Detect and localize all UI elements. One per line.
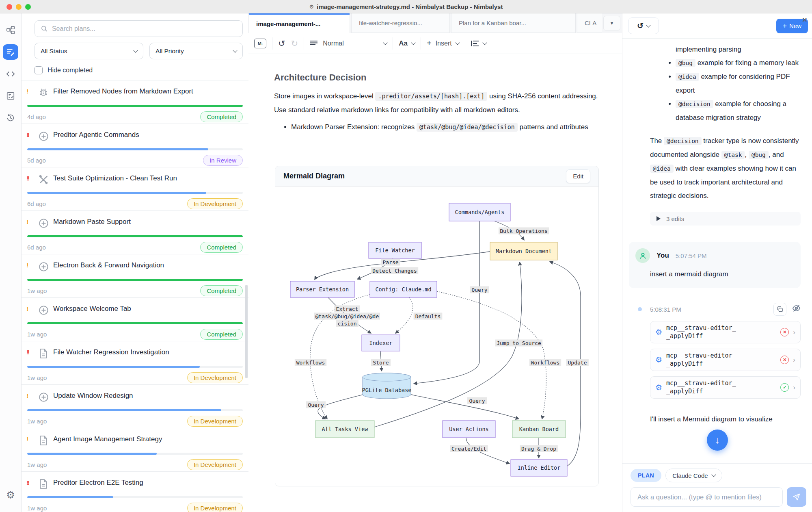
insert-dropdown[interactable]: + Insert bbox=[427, 39, 459, 48]
inline-code: .preditor/assets/[hash].[ext] bbox=[375, 92, 487, 101]
plus-icon: + bbox=[427, 39, 432, 48]
undo-button[interactable]: ↺ bbox=[278, 39, 285, 48]
plan-item[interactable]: ! Filter Removed Nodes from Markdown Exp… bbox=[22, 80, 248, 124]
diagram-edge-pglite-kanban bbox=[411, 395, 519, 419]
plan-item[interactable]: !! Test Suite Optimization - Clean Test … bbox=[22, 167, 248, 211]
question-input[interactable] bbox=[631, 487, 783, 507]
plan-item[interactable]: ! Markdown Paste Support 6d ago Complete… bbox=[22, 211, 248, 254]
plans-scrollbar[interactable] bbox=[245, 285, 248, 378]
priority-indicator: !! bbox=[26, 348, 34, 356]
plan-title: Markdown Paste Support bbox=[53, 217, 131, 226]
rail-plans-edit-icon[interactable] bbox=[3, 44, 18, 60]
priority-filter-select[interactable]: All Priority bbox=[149, 43, 243, 59]
mode-badge[interactable]: PLAN bbox=[631, 469, 661, 482]
scroll-to-bottom-button[interactable]: ↓ bbox=[707, 430, 728, 451]
model-name: Claude Code bbox=[672, 472, 708, 479]
tab-overflow-dropdown[interactable]: ▾ bbox=[603, 16, 620, 30]
progress-bar bbox=[27, 279, 243, 281]
tab-file-watcher[interactable]: file-watcher-regressio... bbox=[351, 13, 450, 33]
progress-bar bbox=[27, 496, 243, 498]
tool-call-card[interactable]: ⚙ mcp__stravu-editor__applyDiff ✕ › bbox=[650, 349, 801, 371]
tool-call-list: ⚙ mcp__stravu-editor__applyDiff ✕ ›⚙ mcp… bbox=[650, 321, 801, 399]
close-window-button[interactable] bbox=[6, 4, 12, 10]
mermaid-panel: Mermaid Diagram Edit Commands/AgentsFile… bbox=[275, 166, 599, 486]
text-run: Markdown Parser Extension: recognizes bbox=[291, 123, 417, 131]
copy-icon bbox=[777, 306, 783, 312]
document-content[interactable]: Architecture Decision Store images in wo… bbox=[248, 54, 622, 512]
svg-text:All Tasks View: All Tasks View bbox=[322, 426, 369, 432]
status-badge: In Review bbox=[203, 155, 243, 166]
assistant-bullet: @idea example for considering PDF export bbox=[676, 70, 801, 97]
rail-code-icon[interactable] bbox=[3, 66, 18, 82]
plan-item[interactable]: ! Electron Back & Forward Navigation 1w … bbox=[22, 254, 248, 298]
rail-history-icon[interactable] bbox=[3, 110, 18, 126]
user-avatar bbox=[635, 248, 650, 263]
diagram-edge-label: Update bbox=[566, 359, 589, 366]
chevron-down-icon bbox=[711, 472, 716, 477]
edits-count-label: 3 edits bbox=[666, 215, 684, 222]
diagram-node-pglite: PGLite Database bbox=[362, 373, 412, 399]
mermaid-panel-title: Mermaid Diagram bbox=[283, 172, 345, 180]
hide-messages-button[interactable] bbox=[792, 304, 801, 315]
traffic-lights bbox=[6, 0, 31, 13]
diagram-edge-label: Workflows bbox=[295, 359, 326, 366]
diagram-edge-label: Query bbox=[306, 401, 326, 408]
text-format-dropdown[interactable]: Aa bbox=[399, 39, 415, 48]
send-button[interactable] bbox=[787, 487, 806, 507]
edits-expander[interactable]: 3 edits bbox=[650, 212, 801, 226]
model-selector[interactable]: Claude Code bbox=[665, 469, 722, 482]
settings-gear-icon[interactable]: ⚙ bbox=[6, 489, 15, 501]
document-bullet-list: Markdown Parser Extension: recognizes @t… bbox=[274, 120, 591, 134]
tab-kanban-plan[interactable]: Plan for a Kanban boar... bbox=[451, 13, 576, 33]
progress-bar bbox=[27, 192, 243, 194]
plan-item[interactable]: ! Agent Image Management Strategy 1w ago… bbox=[22, 428, 248, 472]
svg-text:Indexer: Indexer bbox=[369, 340, 393, 346]
svg-text:Config: Claude.md: Config: Claude.md bbox=[375, 286, 431, 293]
assistant-transcript[interactable]: implementing parsing @bug example for fi… bbox=[622, 39, 812, 463]
plan-item[interactable]: ! Workspace Welcome Tab 1w ago Completed bbox=[22, 298, 248, 341]
hide-completed-checkbox[interactable] bbox=[35, 66, 43, 74]
plan-item[interactable]: !! Preditor Electron E2E Testing 1w ago … bbox=[22, 472, 248, 512]
tab-image-management[interactable]: image-management-... bbox=[248, 13, 350, 33]
session-history-button[interactable]: ↺ bbox=[628, 17, 659, 34]
person-icon bbox=[639, 252, 647, 260]
inline-code: @task bbox=[721, 151, 745, 159]
search-input[interactable] bbox=[52, 25, 237, 33]
insert-label: Insert bbox=[436, 40, 452, 47]
rail-workflow-icon[interactable] bbox=[3, 22, 18, 38]
status-badge: Completed bbox=[200, 111, 243, 122]
text-run: patterns and attributes bbox=[518, 123, 588, 131]
plan-title: Electron Back & Forward Navigation bbox=[53, 261, 164, 269]
close-icon[interactable]: ✕ bbox=[802, 16, 808, 24]
copy-button[interactable] bbox=[773, 303, 786, 316]
tool-call-card[interactable]: ⚙ mcp__stravu-editor__applyDiff ✓ › bbox=[650, 376, 801, 399]
plan-title: Preditor Electron E2E Testing bbox=[53, 478, 143, 487]
window-title: ⚙ image-management-strategy.md - Nimbaly… bbox=[309, 3, 503, 10]
redo-button[interactable]: ↻ bbox=[291, 39, 298, 48]
status-filter-select[interactable]: All Status bbox=[35, 43, 143, 59]
zoom-window-button[interactable] bbox=[25, 4, 31, 10]
markdown-export-button[interactable]: M↓ bbox=[254, 39, 266, 48]
plan-item[interactable]: !! Preditor Agentic Commands 5d ago In R… bbox=[22, 124, 248, 167]
search-box[interactable] bbox=[35, 20, 243, 37]
paragraph-style-dropdown[interactable]: Normal bbox=[310, 40, 387, 47]
diagram-edge-config-indexer bbox=[395, 297, 413, 333]
success-icon: ✓ bbox=[780, 383, 789, 392]
plan-item[interactable]: ! Update Window Redesign 1w ago In Devel… bbox=[22, 385, 248, 428]
list-options-dropdown[interactable] bbox=[471, 40, 486, 47]
minimize-window-button[interactable] bbox=[16, 4, 22, 10]
mermaid-edit-button[interactable]: Edit bbox=[566, 169, 590, 183]
chevron-right-icon: › bbox=[793, 384, 795, 392]
plan-item[interactable]: !! File Watcher Regression Investigation… bbox=[22, 341, 248, 385]
paragraph-icon bbox=[310, 40, 318, 47]
tab-cla[interactable]: CLA bbox=[577, 13, 602, 33]
diagram-edge-label: Workflows bbox=[529, 359, 561, 366]
chevron-right-icon: › bbox=[793, 328, 795, 336]
list-icon bbox=[471, 40, 479, 47]
tools-icon bbox=[37, 174, 50, 185]
tool-call-card[interactable]: ⚙ mcp__stravu-editor__applyDiff ✕ › bbox=[650, 321, 801, 343]
status-dot bbox=[638, 307, 642, 311]
plan-updated-time: 1w ago bbox=[27, 418, 47, 425]
rail-checklist-icon[interactable] bbox=[3, 88, 18, 104]
hide-completed-row: Hide completed bbox=[35, 66, 93, 74]
